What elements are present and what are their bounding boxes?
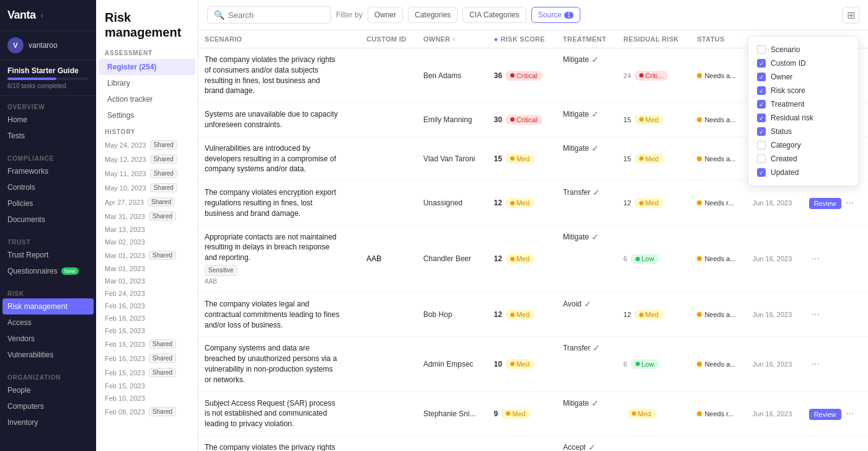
history-item[interactable]: Feb 15, 2023Shared bbox=[96, 365, 198, 380]
sidebar-item-risk-management[interactable]: Risk management bbox=[2, 298, 94, 315]
history-item[interactable]: May 24, 2023Shared bbox=[96, 138, 198, 152]
score-dot bbox=[510, 73, 515, 78]
column-checkbox[interactable]: ✓ bbox=[757, 127, 766, 136]
custom-id-cell bbox=[360, 181, 417, 225]
col-residual-risk: RESIDUAL RISK bbox=[618, 30, 691, 48]
history-item[interactable]: Feb 08, 2023Shared bbox=[96, 404, 198, 419]
sidebar-item-trust-report[interactable]: Trust Report bbox=[0, 247, 96, 263]
history-item[interactable]: Feb 16, 2023 bbox=[96, 312, 198, 324]
more-options-button[interactable]: ··· bbox=[843, 408, 856, 419]
owner-cell: Bob Hop bbox=[417, 292, 488, 336]
history-item[interactable]: Feb 16, 2023Shared bbox=[96, 351, 198, 365]
column-toggle-item[interactable]: ✓ Treatment bbox=[757, 97, 850, 111]
sidebar-item-documents[interactable]: Documents bbox=[0, 212, 96, 228]
column-checkbox[interactable]: ✓ bbox=[757, 168, 766, 177]
column-checkbox[interactable] bbox=[757, 45, 766, 54]
treatment-cell: Mitigate ✓ bbox=[557, 103, 618, 125]
cia-categories-filter-button[interactable]: CIA Categories bbox=[463, 7, 526, 23]
history-item[interactable]: Feb 24, 2023 bbox=[96, 287, 198, 300]
column-checkbox[interactable]: ✓ bbox=[757, 73, 766, 81]
more-options-button[interactable]: ··· bbox=[843, 197, 856, 208]
custom-id-cell bbox=[360, 391, 417, 435]
sidebar-item-vendors[interactable]: Vendors bbox=[0, 331, 96, 347]
sidebar-item-questionnaires[interactable]: Questionnaires New bbox=[0, 263, 96, 279]
sidebar-item-policies[interactable]: Policies bbox=[0, 195, 96, 212]
column-toggle-item[interactable]: ✓ Custom ID bbox=[757, 56, 850, 70]
mid-item-action-tracker[interactable]: Action tracker bbox=[99, 91, 195, 107]
history-item[interactable]: Mar 31, 2023Shared bbox=[96, 209, 198, 223]
history-item[interactable]: May 12, 2023Shared bbox=[96, 152, 198, 166]
starter-guide[interactable]: Finish Starter Guide 6/10 tasks complete… bbox=[0, 60, 96, 96]
organization-label[interactable]: ORGANIZATION bbox=[0, 370, 96, 382]
treatment-cell: Mitigate ✓ bbox=[557, 392, 618, 414]
history-badge: Shared bbox=[150, 183, 177, 192]
column-toggle-item[interactable]: ✓ Residual risk bbox=[757, 111, 850, 125]
history-item[interactable]: Apr 27, 2023Shared bbox=[96, 195, 198, 209]
history-item[interactable]: Mar 02, 2023 bbox=[96, 236, 198, 248]
history-item[interactable]: May 10, 2023Shared bbox=[96, 181, 198, 195]
column-toggle-item[interactable]: ✓ Status bbox=[757, 125, 850, 138]
source-filter-button[interactable]: Source 1 bbox=[531, 7, 581, 23]
score-badge: Med bbox=[505, 310, 534, 319]
history-item[interactable]: Mar 01, 2023 bbox=[96, 262, 198, 275]
history-item[interactable]: Feb 15, 2023 bbox=[96, 380, 198, 392]
history-item[interactable]: May 11, 2023Shared bbox=[96, 166, 198, 181]
categories-filter-button[interactable]: Categories bbox=[408, 7, 458, 23]
history-item[interactable]: Mar 13, 2023 bbox=[96, 223, 198, 236]
owner-filter-button[interactable]: Owner bbox=[368, 7, 403, 23]
mid-item-settings[interactable]: Settings bbox=[99, 107, 195, 123]
column-checkbox[interactable]: ✓ bbox=[757, 59, 766, 68]
review-badge[interactable]: Review bbox=[809, 409, 841, 420]
column-toggle-item[interactable]: Created bbox=[757, 152, 850, 166]
compliance-label[interactable]: COMPLIANCE bbox=[0, 151, 96, 163]
column-checkbox[interactable] bbox=[757, 141, 766, 150]
trust-label[interactable]: TRuST bbox=[0, 235, 96, 247]
col-status: STATUS bbox=[691, 30, 746, 48]
sidebar-item-access[interactable]: Access bbox=[0, 315, 96, 331]
action-cell: ··· bbox=[803, 292, 868, 336]
history-item[interactable]: Feb 16, 2023 bbox=[96, 324, 198, 337]
search-input[interactable] bbox=[228, 11, 324, 20]
mid-item-library[interactable]: Library bbox=[99, 75, 195, 91]
search-box[interactable]: 🔍 bbox=[207, 6, 331, 24]
more-options-button[interactable]: ··· bbox=[809, 309, 822, 319]
sidebar-item-inventory[interactable]: Inventory bbox=[0, 414, 96, 431]
nav-collapse-icon[interactable]: ‹ bbox=[41, 11, 43, 20]
column-toggle-item[interactable]: Category bbox=[757, 138, 850, 152]
history-item[interactable]: Feb 16, 2023 bbox=[96, 300, 198, 312]
history-date: Mar 01, 2023 bbox=[105, 265, 145, 272]
column-toggle-item[interactable]: ✓ Updated bbox=[757, 166, 850, 179]
more-options-button[interactable]: ··· bbox=[809, 253, 822, 264]
sidebar-item-vulnerabilities[interactable]: Vulnerabilities bbox=[0, 347, 96, 363]
sidebar-item-computers[interactable]: Computers bbox=[0, 398, 96, 414]
column-toggle-item[interactable]: ✓ Risk score bbox=[757, 84, 850, 97]
history-item[interactable]: Feb 16, 2023Shared bbox=[96, 337, 198, 351]
column-checkbox[interactable]: ✓ bbox=[757, 114, 766, 122]
column-checkbox[interactable]: ✓ bbox=[757, 100, 766, 109]
score-number: 9 bbox=[494, 409, 498, 418]
sidebar-item-frameworks[interactable]: Frameworks bbox=[0, 163, 96, 179]
residual-cell: 6 Low bbox=[618, 225, 691, 292]
sidebar-item-people[interactable]: People bbox=[0, 382, 96, 398]
sidebar-item-tests[interactable]: Tests bbox=[0, 128, 96, 144]
column-checkbox[interactable]: ✓ bbox=[757, 86, 766, 95]
history-item[interactable]: Feb 10, 2023 bbox=[96, 392, 198, 404]
column-checkbox[interactable] bbox=[757, 154, 766, 163]
column-toggle-item[interactable]: Scenario bbox=[757, 43, 850, 56]
sort-icon[interactable]: ↑ bbox=[453, 35, 456, 43]
more-options-button[interactable]: ··· bbox=[809, 359, 822, 369]
history-item[interactable]: Mar 01, 2023Shared bbox=[96, 248, 198, 262]
columns-config-icon[interactable]: ⊞ bbox=[843, 7, 859, 24]
review-badge[interactable]: Review bbox=[809, 198, 841, 209]
score-cell: 10 Med bbox=[488, 337, 557, 391]
risk-label[interactable]: RISK bbox=[0, 287, 96, 298]
column-toggle-item[interactable]: ✓ Owner bbox=[757, 70, 850, 84]
history-item[interactable]: Mar 01, 2023 bbox=[96, 275, 198, 287]
overview-label[interactable]: OVERVIEW bbox=[0, 100, 96, 112]
new-badge: New bbox=[61, 267, 79, 275]
mid-item-register[interactable]: Register (254) bbox=[99, 59, 195, 75]
action-cell: ··· bbox=[803, 225, 868, 292]
sidebar-item-home[interactable]: Home bbox=[0, 112, 96, 128]
sidebar-item-controls[interactable]: Controls bbox=[0, 179, 96, 195]
treatment-cell: Mitigate ✓ bbox=[557, 48, 618, 71]
